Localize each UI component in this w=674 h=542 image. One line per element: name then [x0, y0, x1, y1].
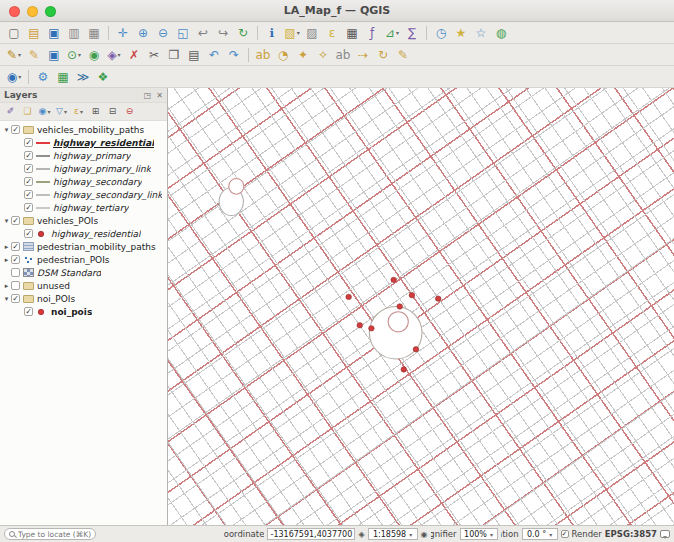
layer-visibility-checkbox[interactable]: ✓ — [11, 255, 20, 264]
toggle-editing-button[interactable]: ✎ — [25, 46, 43, 64]
zoom-out-button[interactable]: ⊖ — [154, 24, 172, 42]
change-label-button[interactable]: ✎ — [394, 46, 412, 64]
layer-visibility-checkbox[interactable] — [11, 281, 20, 290]
close-button[interactable] — [9, 6, 20, 17]
cut-features-button[interactable]: ✂ — [145, 46, 163, 64]
magnifier-spinbox[interactable]: 100% ▾ — [460, 528, 498, 540]
expand-arrow-icon[interactable]: ▸ — [2, 282, 11, 290]
new-spatial-bookmark-button[interactable]: ★ — [452, 24, 470, 42]
locator-search[interactable] — [4, 528, 96, 540]
field-calculator-button[interactable]: ƒ — [363, 24, 381, 42]
open-layer-styling-button[interactable]: ✐ — [3, 104, 18, 119]
delete-selected-button[interactable]: ✗ — [125, 46, 143, 64]
copy-features-button[interactable]: ❐ — [165, 46, 183, 64]
open-attribute-table-button[interactable]: ▦ — [343, 24, 361, 42]
layer-diagram-options-button[interactable]: ◔ — [274, 46, 292, 64]
expand-arrow-icon[interactable]: ▾ — [2, 126, 11, 134]
layer-item-highway-primary[interactable]: ✓highway_primary — [0, 149, 167, 162]
new-project-button[interactable]: ▢ — [5, 24, 23, 42]
rotate-label-button[interactable]: ↻ — [374, 46, 392, 64]
layer-item-noi-pois[interactable]: ✓noi_pois — [0, 305, 167, 318]
extents-toggle-icon[interactable]: ◈ — [358, 530, 364, 539]
collapse-all-button[interactable]: ⊟ — [105, 104, 120, 119]
messages-icon[interactable] — [660, 530, 670, 538]
move-label-button[interactable]: ⇢ — [354, 46, 372, 64]
pin-unpin-labels-button[interactable]: ✧ — [314, 46, 332, 64]
layer-visibility-checkbox[interactable]: ✓ — [24, 203, 33, 212]
layer-item-dsm-standard[interactable]: DSM Standard — [0, 266, 167, 279]
statistical-summary-button[interactable]: ∑ — [403, 24, 421, 42]
open-project-button[interactable]: ▤ — [25, 24, 43, 42]
add-point-feature-button[interactable]: ◉ — [85, 46, 103, 64]
vertex-tool-button[interactable]: ◈▾ — [105, 46, 123, 64]
layer-item-pedestrian-mobility-paths[interactable]: ▸✓pedestrian_mobility_paths — [0, 240, 167, 253]
add-group-button[interactable]: ❏ — [20, 104, 35, 119]
manage-map-themes-button[interactable]: ◉▾ — [37, 104, 52, 119]
crs-button[interactable]: EPSG:3857 — [605, 529, 657, 539]
expand-arrow-icon[interactable]: ▾ — [2, 217, 11, 225]
layer-visibility-checkbox[interactable]: ✓ — [24, 307, 33, 316]
layer-visibility-checkbox[interactable] — [11, 268, 20, 277]
layer-visibility-checkbox[interactable]: ✓ — [11, 294, 20, 303]
zoom-in-button[interactable]: ⊕ — [134, 24, 152, 42]
layer-item-unused[interactable]: ▸unused — [0, 279, 167, 292]
temporal-controller-button[interactable]: ◷ — [432, 24, 450, 42]
expand-arrow-icon[interactable]: ▸ — [2, 256, 11, 264]
layer-visibility-checkbox[interactable]: ✓ — [24, 138, 33, 147]
layer-item-vehicles-mobility-paths[interactable]: ▾✓vehicles_mobility_paths — [0, 123, 167, 136]
layer-item-vehicles-pois[interactable]: ▾✓vehicles_POIs — [0, 214, 167, 227]
plugin-manager-button[interactable]: ❖ — [94, 68, 112, 86]
coordinate-value-box[interactable]: -13167591,4037700 — [267, 528, 355, 540]
undo-button[interactable]: ↶ — [205, 46, 223, 64]
layer-item-highway-secondary[interactable]: ✓highway_secondary — [0, 175, 167, 188]
minimize-button[interactable] — [27, 6, 38, 17]
layer-visibility-checkbox[interactable]: ✓ — [11, 216, 20, 225]
layer-item-highway-secondary-link[interactable]: ✓highway_secondary_link — [0, 188, 167, 201]
layer-visibility-checkbox[interactable]: ✓ — [24, 177, 33, 186]
highlight-pinned-labels-button[interactable]: ✦ — [294, 46, 312, 64]
paste-features-button[interactable]: ▤ — [185, 46, 203, 64]
undock-panel-icon[interactable]: ◳ — [144, 91, 152, 100]
layer-visibility-checkbox[interactable]: ✓ — [24, 164, 33, 173]
rotation-spinbox[interactable]: 0.0 ° ▾ — [522, 528, 558, 540]
show-layout-manager-button[interactable]: ▦ — [85, 24, 103, 42]
zoom-full-button[interactable]: ◱ — [174, 24, 192, 42]
filter-legend-button[interactable]: ▽▾ — [54, 104, 69, 119]
save-layer-edits-button[interactable]: ▣ — [45, 46, 63, 64]
layer-item-noi-pois[interactable]: ▾✓noi_POIs — [0, 292, 167, 305]
layer-visibility-checkbox[interactable]: ✓ — [24, 229, 33, 238]
map-canvas[interactable] — [168, 88, 674, 525]
layer-visibility-checkbox[interactable]: ✓ — [24, 151, 33, 160]
layer-visibility-checkbox[interactable]: ✓ — [11, 125, 20, 134]
layer-item-highway-residential[interactable]: ✓highway_residential — [0, 227, 167, 240]
remove-layer-button[interactable]: ⊖ — [122, 104, 137, 119]
scale-combo[interactable]: 1:18598 ▾ — [368, 528, 418, 540]
layer-item-highway-residential[interactable]: ✓highway_residential — [0, 136, 167, 149]
redo-button[interactable]: ↷ — [225, 46, 243, 64]
select-features-button[interactable]: ▧▾ — [283, 24, 301, 42]
save-project-button[interactable]: ▣ — [45, 24, 63, 42]
expand-arrow-icon[interactable]: ▸ — [2, 243, 11, 251]
filter-by-expression-button[interactable]: ε▾ — [71, 104, 86, 119]
zoom-last-button[interactable]: ↩ — [194, 24, 212, 42]
pan-map-button[interactable]: ✛ — [114, 24, 132, 42]
close-panel-icon[interactable]: ✕ — [156, 91, 163, 100]
magnifier-lock-icon[interactable]: ◉ — [421, 530, 428, 539]
deselect-features-button[interactable]: ▨ — [303, 24, 321, 42]
render-checkbox[interactable]: ✓ — [561, 530, 569, 538]
layer-labeling-options-button[interactable]: ab — [254, 46, 272, 64]
show-bookmarks-button[interactable]: ☆ — [472, 24, 490, 42]
locator-input[interactable] — [18, 530, 91, 539]
grass-tools-button[interactable]: ▦ — [54, 68, 72, 86]
layer-visibility-checkbox[interactable]: ✓ — [11, 242, 20, 251]
new-print-layout-button[interactable]: ▥ — [65, 24, 83, 42]
map-tips-button[interactable]: ◍ — [492, 24, 510, 42]
maximize-button[interactable] — [45, 6, 56, 17]
layer-item-highway-primary-link[interactable]: ✓highway_primary_link — [0, 162, 167, 175]
select-by-expression-button[interactable]: ε — [323, 24, 341, 42]
layer-item-pedestrian-pois[interactable]: ▸✓pedestrian_POIs — [0, 253, 167, 266]
show-hide-labels-button[interactable]: ab — [334, 46, 352, 64]
layer-visibility-checkbox[interactable]: ✓ — [24, 190, 33, 199]
zoom-next-button[interactable]: ↪ — [214, 24, 232, 42]
current-edits-button[interactable]: ✎▾ — [5, 46, 23, 64]
